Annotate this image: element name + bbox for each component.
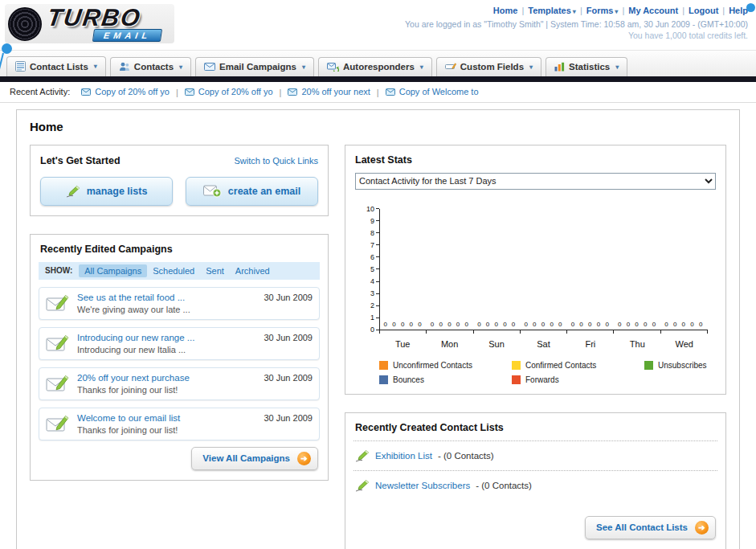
logo-text: TURBO EMAIL <box>44 6 166 42</box>
chevron-down-icon: ▾ <box>420 64 423 71</box>
contact-list-items: Exhibition List - (0 Contacts)Newsletter… <box>353 441 717 500</box>
bar-value-group: 0 0 0 0 0 <box>380 321 427 328</box>
nav-tab-custom-fields[interactable]: Custom Fields▾ <box>436 57 541 76</box>
view-all-campaigns-button[interactable]: View All Campaigns ➔ <box>191 447 318 470</box>
logo-subtitle: EMAIL <box>92 29 162 42</box>
top-link-logout[interactable]: Logout <box>689 6 718 15</box>
recent-activity-item[interactable]: Copy of Welcome to <box>386 87 479 96</box>
manage-lists-label: manage lists <box>87 186 148 197</box>
app-logo: TURBO EMAIL <box>5 4 174 43</box>
left-column: Let's Get Started Switch to Quick Links … <box>30 145 329 498</box>
manage-lists-button[interactable]: manage lists <box>40 177 173 206</box>
recent-activity-item[interactable]: 20% off your next <box>288 87 370 96</box>
email-campaigns-icon <box>204 63 215 71</box>
item-separator: | <box>176 88 178 97</box>
top-link-my-account[interactable]: My Account <box>628 6 678 15</box>
contact-count: - (0 Contacts) <box>476 481 532 490</box>
contact-list-item: Exhibition List - (0 Contacts) <box>353 441 717 471</box>
campaign-subtitle: Introducing our new Italia ... <box>77 345 256 354</box>
nav-tab-label: Contacts <box>134 62 174 72</box>
recent-activity-item[interactable]: Copy of 20% off yo <box>185 87 273 96</box>
switch-quick-links-link[interactable]: Switch to Quick Links <box>234 156 318 166</box>
recent-activity-item[interactable]: Copy of 20% off yo <box>81 87 170 96</box>
chart-legend: Unconfirmed ContactsConfirmed ContactsUn… <box>379 361 716 384</box>
see-all-contact-lists-label: See All Contact Lists <box>596 522 688 532</box>
legend-label: Forwards <box>525 375 559 384</box>
get-started-panel: Let's Get Started Switch to Quick Links … <box>30 145 329 216</box>
nav-tab-email-campaigns[interactable]: Email Campaigns▾ <box>195 57 314 76</box>
create-email-button[interactable]: create an email <box>186 177 318 206</box>
contact-lists-panel-footer: See All Contact Lists ➔ <box>345 511 725 549</box>
create-email-label: create an email <box>228 186 300 197</box>
nav-tab-label: Contact Lists <box>30 62 88 72</box>
campaign-list: See us at the retail food ...We're givin… <box>31 280 328 442</box>
campaign-date: 30 Jun 2009 <box>264 413 313 423</box>
pencil-icon <box>66 185 80 198</box>
nav-tab-contact-lists[interactable]: Contact Lists▾ <box>6 56 106 76</box>
top-nav-links: Home|Templates▾|Forms▾|My Account|Logout… <box>405 6 748 15</box>
campaign-title-link[interactable]: See us at the retail food ... <box>77 293 256 302</box>
bar-value-group: 0 0 0 0 0 <box>614 321 660 328</box>
bar-value-group: 0 0 0 0 0 <box>474 321 521 328</box>
arrow-right-icon: ➔ <box>297 452 311 465</box>
y-axis-label: 7 <box>355 241 379 249</box>
contact-lists-panel-header: Recently Created Contact Lists <box>353 413 717 441</box>
y-axis-label: 1 <box>355 313 379 322</box>
top-link-templates[interactable]: Templates▾ <box>528 6 576 15</box>
envelope-icon <box>386 88 395 96</box>
legend-label: Unsubscribes <box>658 361 707 370</box>
top-link-help[interactable]: Help <box>729 6 748 15</box>
campaign-filter-scheduled[interactable]: Scheduled <box>147 264 200 277</box>
campaign-title-link[interactable]: Welcome to our email list <box>77 413 256 423</box>
nav-tab-autoresponders[interactable]: Autoresponders▾ <box>318 57 432 76</box>
stats-panel-title: Latest Stats <box>355 154 412 166</box>
campaign-row: Welcome to our email listThanks for join… <box>39 408 320 440</box>
legend-label: Bounces <box>393 375 424 384</box>
campaign-filter-archived[interactable]: Archived <box>230 264 276 277</box>
view-all-campaigns-label: View All Campaigns <box>202 453 290 463</box>
x-axis-tick <box>473 330 474 334</box>
chart-x-ticks <box>379 330 708 334</box>
contact-list-link[interactable]: Newsletter Subscribers <box>375 481 470 490</box>
y-axis-label: 3 <box>355 289 379 297</box>
pencil-icon <box>355 449 370 462</box>
activity-item-label: Copy of Welcome to <box>399 87 479 96</box>
x-axis-label: Thu <box>614 339 660 349</box>
campaign-title-link[interactable]: Introducing our new range ... <box>77 333 256 342</box>
y-axis-label: 2 <box>355 301 379 309</box>
x-axis-label: Tue <box>379 339 426 349</box>
get-started-buttons: manage lists create an email <box>40 177 318 206</box>
autoresponders-icon <box>327 63 339 72</box>
pencil-icon <box>355 479 370 492</box>
dashboard-columns: Let's Get Started Switch to Quick Links … <box>30 145 726 549</box>
chart-x-labels: TueMonSunSatFriThuWed <box>379 339 708 349</box>
nav-tab-statistics[interactable]: Statistics▾ <box>546 57 627 76</box>
campaign-date: 30 Jun 2009 <box>264 293 313 302</box>
top-link-home[interactable]: Home <box>493 6 518 15</box>
nav-tab-label: Statistics <box>569 62 610 72</box>
top-link-forms[interactable]: Forms▾ <box>586 6 619 15</box>
envelope-icon <box>81 88 91 96</box>
campaign-text: 20% off your next purchaseThanks for joi… <box>77 373 256 395</box>
nav-tab-label: Autoresponders <box>343 62 415 72</box>
login-status: You are logged in as "Timothy Smith" | S… <box>405 19 748 29</box>
contact-lists-icon <box>15 61 26 72</box>
envelope-pencil-icon <box>46 293 70 314</box>
stats-period-select[interactable]: Contact Activity for the Last 7 Days <box>355 173 716 190</box>
campaign-filter-sent[interactable]: Sent <box>200 264 230 277</box>
campaign-filter-all-campaigns[interactable]: All Campaigns <box>79 264 147 277</box>
contact-activity-chart: 109876543210 0 0 0 0 00 0 0 0 00 0 0 0 0… <box>355 209 716 358</box>
nav-tab-contacts[interactable]: Contacts▾ <box>110 57 191 76</box>
legend-swatch <box>512 375 521 384</box>
link-separator: | <box>622 6 624 15</box>
link-separator: | <box>580 6 582 15</box>
recent-activity-items: Copy of 20% off yo|Copy of 20% off yo|20… <box>78 87 481 97</box>
campaign-filters: All CampaignsScheduledSentArchived <box>79 266 275 276</box>
right-column: Latest Stats Contact Activity for the La… <box>345 145 726 549</box>
see-all-contact-lists-button[interactable]: See All Contact Lists ➔ <box>585 516 716 539</box>
x-axis-tick <box>520 330 521 334</box>
campaign-text: Introducing our new range ...Introducing… <box>77 333 256 354</box>
legend-label: Unconfirmed Contacts <box>393 361 472 370</box>
campaign-title-link[interactable]: 20% off your next purchase <box>77 373 256 383</box>
contact-list-link[interactable]: Exhibition List <box>375 451 432 461</box>
